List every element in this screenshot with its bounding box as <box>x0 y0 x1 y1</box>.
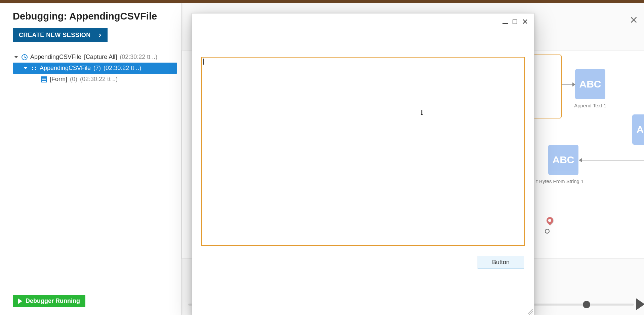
tree-flow-count: (7) <box>93 65 101 72</box>
tree-session-mode: [Capture All] <box>84 54 117 61</box>
caret-down-icon <box>24 67 28 69</box>
tree-flow-time: (02:30:22 tt ..) <box>104 65 141 72</box>
node-abc-label: ABC <box>579 78 601 90</box>
debugger-status-label: Debugger Running <box>26 298 80 305</box>
node-abc-label: ABC <box>553 154 574 166</box>
node-append-text[interactable]: ABC <box>575 69 605 99</box>
node-to-text[interactable]: ABC <box>632 114 644 145</box>
node-get-bytes-label: t Bytes From String 1 <box>533 178 587 184</box>
form-preview-dialog: ✕ Button I <box>192 13 534 315</box>
tree-session-row[interactable]: AppendingCSVFile [Capture All] (02:30:22… <box>13 51 177 63</box>
app-top-stripe <box>0 0 644 3</box>
title-prefix: Debugging: <box>13 11 69 22</box>
resize-grip-icon[interactable] <box>528 309 533 315</box>
node-abc-label: ABC <box>637 124 644 135</box>
flow-arrow <box>579 160 644 161</box>
clock-icon <box>22 54 28 60</box>
node-get-bytes[interactable]: ABC <box>548 145 578 175</box>
debugger-status-badge[interactable]: Debugger Running <box>13 295 85 307</box>
node-to-text-label: To Te <box>626 148 644 154</box>
node-append-text-label: Append Text 1 <box>563 103 617 108</box>
tree-session-time: (02:30:22 tt ..) <box>120 54 157 61</box>
debug-sessions-panel: Debugging: AppendingCSVFile CREATE NEW S… <box>0 3 182 315</box>
title-name: AppendingCSVFile <box>69 11 157 22</box>
maximize-icon[interactable] <box>513 20 517 24</box>
create-new-session-label: CREATE NEW SESSION <box>19 32 91 39</box>
flow-icon <box>31 66 37 71</box>
tree-form-name: [Form] <box>50 76 67 83</box>
form-submit-button[interactable]: Button <box>478 256 524 269</box>
page-title: Debugging: AppendingCSVFile <box>13 11 177 22</box>
play-icon <box>18 299 22 304</box>
breakpoint-base-icon <box>545 229 550 234</box>
close-icon[interactable]: ✕ <box>630 15 638 25</box>
tree-form-count: (0) <box>70 76 77 83</box>
tree-flow-name: AppendingCSVFile <box>40 65 91 72</box>
minimize-icon[interactable] <box>502 20 508 24</box>
create-new-session-button[interactable]: CREATE NEW SESSION › <box>13 28 108 42</box>
form-text-area[interactable] <box>201 57 525 246</box>
breakpoint-pin-icon[interactable] <box>545 216 555 225</box>
close-icon[interactable]: ✕ <box>522 18 528 26</box>
page-root: Debugging: AppendingCSVFile CREATE NEW S… <box>0 3 644 315</box>
tree-form-time: (02:30:22 tt ..) <box>80 76 118 83</box>
text-caret <box>203 59 204 65</box>
caret-down-icon <box>14 56 18 58</box>
dialog-titlebar[interactable]: ✕ <box>192 13 534 26</box>
session-tree: AppendingCSVFile [Capture All] (02:30:22… <box>13 51 177 85</box>
tree-flow-row[interactable]: AppendingCSVFile (7) (02:30:22 tt ..) <box>13 63 177 74</box>
flow-arrow <box>562 84 575 85</box>
tree-form-row[interactable]: [Form] (0) (02:30:22 tt ..) <box>13 74 177 85</box>
form-icon <box>41 76 47 82</box>
timeline-handle[interactable] <box>583 301 590 308</box>
timeline-play-button[interactable] <box>636 298 644 310</box>
tree-session-name: AppendingCSVFile <box>30 54 81 61</box>
chevron-right-icon: › <box>99 31 102 39</box>
